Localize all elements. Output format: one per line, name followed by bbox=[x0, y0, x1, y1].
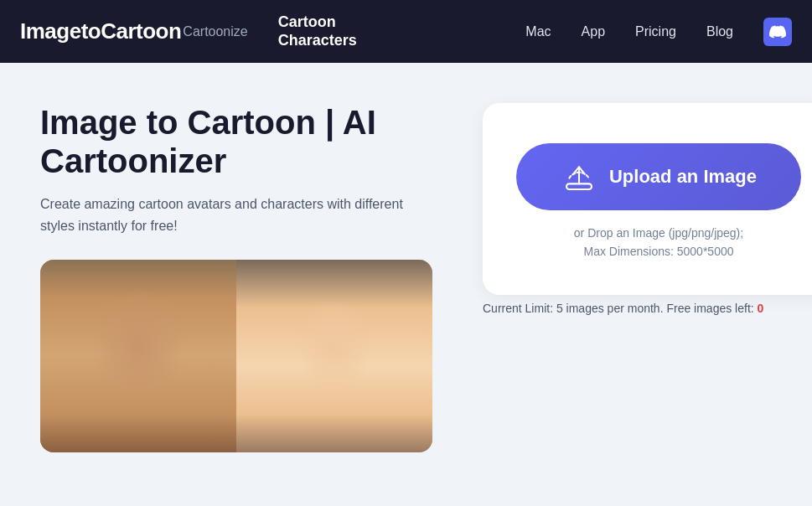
nav-app-link[interactable]: App bbox=[582, 24, 605, 39]
discord-icon[interactable] bbox=[763, 18, 792, 46]
upload-button[interactable]: Upload an Image bbox=[516, 143, 801, 210]
face-realistic-bg bbox=[40, 260, 236, 452]
limit-number: 0 bbox=[758, 302, 764, 315]
nav-cartoon-label-line1: Cartoon bbox=[278, 13, 336, 32]
svg-rect-0 bbox=[566, 183, 592, 189]
nav-blog-link[interactable]: Blog bbox=[706, 24, 733, 39]
nav-pricing-link[interactable]: Pricing bbox=[635, 24, 676, 39]
nav-right: Mac App Pricing Blog bbox=[525, 18, 792, 46]
drop-text: or Drop an Image (jpg/png/jpeg); Max Dim… bbox=[574, 224, 743, 261]
demo-image-cartoon bbox=[236, 260, 432, 452]
right-section: Upload an Image or Drop an Image (jpg/pn… bbox=[483, 103, 812, 315]
brand-main-text: ImagetoCartoon bbox=[20, 18, 181, 44]
brand: ImagetoCartoon Cartoonize bbox=[20, 18, 248, 44]
face-cartoon-bg bbox=[236, 260, 432, 452]
nav-center[interactable]: Cartoon Characters bbox=[278, 13, 357, 49]
left-section: Image to Cartoon | AI Cartoonizer Create… bbox=[40, 103, 432, 452]
nav-mac-link[interactable]: Mac bbox=[525, 24, 551, 39]
upload-icon bbox=[561, 158, 597, 195]
drop-text-line2: Max Dimensions: 5000*5000 bbox=[584, 245, 734, 258]
page-subtitle: Create amazing cartoon avatars and chara… bbox=[40, 194, 432, 236]
main-content: Image to Cartoon | AI Cartoonizer Create… bbox=[0, 63, 812, 486]
limit-text: Current Limit: 5 images per month. Free … bbox=[483, 302, 812, 315]
page-title: Image to Cartoon | AI Cartoonizer bbox=[40, 103, 432, 180]
nav-cartoon-label-line2: Characters bbox=[278, 32, 357, 50]
brand-sub-text: Cartoonize bbox=[183, 24, 247, 39]
demo-image-realistic bbox=[40, 260, 236, 452]
drop-text-line1: or Drop an Image (jpg/png/jpeg); bbox=[574, 226, 743, 240]
navbar: ImagetoCartoon Cartoonize Cartoon Charac… bbox=[0, 0, 812, 63]
upload-box: Upload an Image or Drop an Image (jpg/pn… bbox=[483, 103, 812, 295]
demo-image-container bbox=[40, 260, 432, 452]
limit-label: Current Limit: 5 images per month. Free … bbox=[483, 302, 754, 315]
upload-button-label: Upload an Image bbox=[609, 166, 757, 188]
